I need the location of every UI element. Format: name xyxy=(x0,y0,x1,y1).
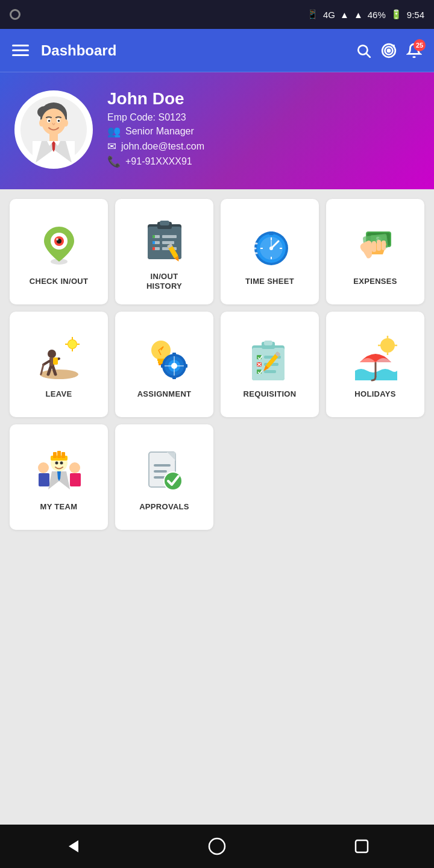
leave-icon xyxy=(32,330,86,385)
svg-point-54 xyxy=(269,247,273,250)
svg-rect-67 xyxy=(382,241,386,250)
svg-point-131 xyxy=(60,461,63,464)
svg-point-130 xyxy=(55,461,58,464)
in-out-history-label: IN/OUTHISTORY xyxy=(146,272,182,291)
grid-item-my-team[interactable]: MY TEAM xyxy=(10,424,108,530)
search-button[interactable] xyxy=(356,43,371,58)
recent-apps-button[interactable] xyxy=(338,832,386,861)
requisition-label: REQUISITION xyxy=(244,389,297,399)
app-title: Dashboard xyxy=(41,42,356,59)
network-label: 4G xyxy=(323,10,335,20)
back-button[interactable] xyxy=(48,832,96,861)
profile-name: John Doe xyxy=(107,89,204,108)
svg-rect-37 xyxy=(153,241,155,244)
battery-label: 46% xyxy=(368,10,386,20)
profile-email: ✉ john.doe@test.com xyxy=(107,140,204,153)
email-icon: ✉ xyxy=(107,140,116,153)
svg-rect-65 xyxy=(372,241,376,252)
my-team-icon xyxy=(32,443,86,497)
svg-point-28 xyxy=(56,238,58,241)
expenses-label: EXPENSES xyxy=(353,277,397,286)
signal-icon: ▲ xyxy=(354,10,363,20)
phone-icon: 📞 xyxy=(107,155,121,168)
svg-rect-103 xyxy=(264,341,272,345)
holidays-icon xyxy=(348,330,403,385)
svg-point-73 xyxy=(40,370,78,379)
profile-emp-code: Emp Code: S0123 xyxy=(107,112,204,123)
requisition-icon xyxy=(243,330,297,385)
svg-rect-35 xyxy=(162,235,177,238)
svg-point-138 xyxy=(69,462,80,473)
svg-rect-144 xyxy=(154,464,171,467)
svg-marker-149 xyxy=(69,840,78,852)
bottom-nav-bar xyxy=(0,825,434,868)
approvals-label: APPROVALS xyxy=(139,502,189,512)
svg-point-4 xyxy=(388,49,390,51)
svg-rect-128 xyxy=(57,451,61,458)
grid-item-requisition[interactable]: REQUISITION xyxy=(221,312,319,417)
svg-rect-129 xyxy=(61,452,65,458)
phone-icon: 📱 xyxy=(307,9,318,20)
svg-rect-139 xyxy=(70,473,81,486)
time-sheet-icon xyxy=(243,218,297,272)
svg-rect-66 xyxy=(377,240,381,251)
target-button[interactable] xyxy=(381,43,397,58)
svg-line-1 xyxy=(366,53,370,57)
holidays-label: HOLIDAYS xyxy=(354,389,395,399)
dashboard-grid: CHECK IN/OUT xyxy=(0,189,434,825)
approvals-icon xyxy=(137,443,192,497)
signal-dot-icon xyxy=(10,9,20,20)
battery-icon: 🔋 xyxy=(391,9,402,20)
svg-point-150 xyxy=(209,838,225,854)
svg-point-15 xyxy=(39,119,44,127)
profile-phone: 📞 +91-91XXXX91 xyxy=(107,155,204,168)
svg-rect-96 xyxy=(172,353,176,356)
my-team-label: MY TEAM xyxy=(40,502,78,512)
svg-rect-99 xyxy=(184,364,187,368)
svg-rect-137 xyxy=(39,473,49,486)
profile-header: John Doe Emp Code: S0123 👥 Senior Manage… xyxy=(0,72,434,189)
svg-point-14 xyxy=(58,120,60,122)
svg-point-10 xyxy=(42,108,66,135)
notification-badge: 25 xyxy=(414,39,426,51)
grid-item-approvals[interactable]: APPROVALS xyxy=(115,424,213,530)
svg-rect-34 xyxy=(153,235,155,238)
grid-item-expenses[interactable]: $ EXPENSES xyxy=(326,199,424,304)
app-bar-actions: 25 xyxy=(356,43,422,58)
menu-button[interactable] xyxy=(12,45,29,56)
svg-line-78 xyxy=(43,361,49,365)
time-label: 9:54 xyxy=(407,10,424,20)
grid-item-time-sheet[interactable]: TIME SHEET xyxy=(221,199,319,304)
svg-point-82 xyxy=(68,340,77,348)
notification-button[interactable]: 25 xyxy=(406,43,422,58)
assignment-label: ASSIGNMENT xyxy=(137,389,192,399)
svg-point-13 xyxy=(48,120,51,122)
svg-rect-151 xyxy=(356,840,368,852)
svg-point-74 xyxy=(48,350,56,358)
svg-point-136 xyxy=(38,462,49,473)
time-sheet-label: TIME SHEET xyxy=(245,277,294,286)
grid-item-holidays[interactable]: HOLIDAYS xyxy=(326,312,424,417)
svg-rect-81 xyxy=(53,357,58,365)
profile-info: John Doe Emp Code: S0123 👥 Senior Manage… xyxy=(107,89,204,170)
profile-role: 👥 Senior Manager xyxy=(107,125,204,138)
svg-rect-38 xyxy=(162,241,174,244)
svg-point-16 xyxy=(63,119,68,127)
status-right: 📱 4G ▲ ▲ 46% 🔋 9:54 xyxy=(307,9,424,20)
app-bar: Dashboard 25 xyxy=(0,29,434,72)
svg-rect-115 xyxy=(264,370,276,373)
check-in-out-icon xyxy=(32,218,86,272)
avatar xyxy=(14,90,93,169)
assignment-icon xyxy=(137,330,192,385)
wifi-icon: ▲ xyxy=(340,10,349,20)
home-button[interactable] xyxy=(193,832,241,861)
status-bar: 📱 4G ▲ ▲ 46% 🔋 9:54 xyxy=(0,0,434,29)
grid-item-leave[interactable]: LEAVE xyxy=(10,312,108,417)
grid-item-in-out-history[interactable]: IN/OUTHISTORY xyxy=(115,199,213,304)
svg-rect-145 xyxy=(154,470,167,473)
check-in-out-label: CHECK IN/OUT xyxy=(30,277,89,286)
grid-item-assignment[interactable]: ASSIGNMENT xyxy=(115,312,213,417)
person-group-icon: 👥 xyxy=(107,125,121,138)
svg-point-119 xyxy=(380,338,395,353)
grid-item-check-in-out[interactable]: CHECK IN/OUT xyxy=(10,199,108,304)
